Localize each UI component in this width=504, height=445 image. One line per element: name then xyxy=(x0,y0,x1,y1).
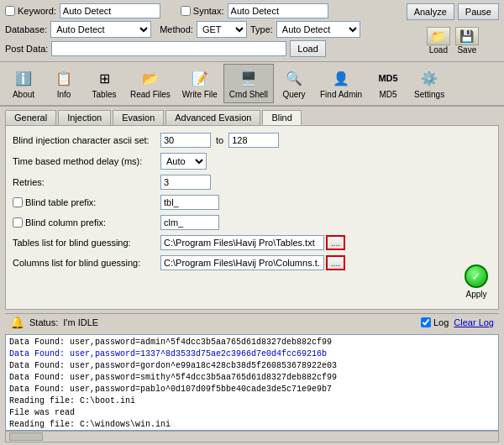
to-label: to xyxy=(216,135,223,145)
toolbar-tables[interactable]: ⊞ Tables xyxy=(84,64,124,103)
apply-button[interactable]: ✓ Apply xyxy=(465,264,488,299)
keyword-input[interactable] xyxy=(60,3,160,18)
tables-icon: ⊞ xyxy=(94,68,114,88)
col-prefix-label: Blind column prefix: xyxy=(13,217,155,228)
load-icon: 📁 xyxy=(427,27,450,45)
toolbar-findadmin-label: Find Admin xyxy=(320,90,362,99)
ascii-to-input[interactable] xyxy=(228,133,279,148)
log-checkbox-label: Log xyxy=(421,317,449,327)
pause-button[interactable]: Pause xyxy=(458,3,499,20)
tab-blind[interactable]: Blind xyxy=(262,110,301,125)
status-text: I'm IDLE xyxy=(63,317,98,327)
log-line: File was read xyxy=(9,407,495,419)
writefile-icon: 📝 xyxy=(190,68,210,88)
query-icon: 🔍 xyxy=(284,68,304,88)
syntax-input[interactable] xyxy=(228,3,328,18)
horizontal-scrollbar[interactable] xyxy=(5,431,499,442)
log-checkbox[interactable] xyxy=(421,317,431,327)
keyword-checkbox[interactable] xyxy=(5,6,15,16)
main-content: General Injection Evasion Advanced Evasi… xyxy=(0,107,504,334)
log-line: Data Found: user,password=gordon^e99a18c… xyxy=(9,360,495,372)
toolbar-writefile[interactable]: 📝 Write File xyxy=(176,64,223,103)
toolbar-settings-label: Settings xyxy=(414,90,444,99)
col-prefix-row: Blind column prefix: xyxy=(13,215,491,230)
tables-list-browse-btn[interactable]: .... xyxy=(326,235,345,250)
save-btn-label: Save xyxy=(457,45,476,55)
save-icon: 💾 xyxy=(455,27,479,45)
table-prefix-label: Blind table prefix: xyxy=(13,197,155,207)
toolbar-query-label: Query xyxy=(282,90,305,99)
toolbar-query[interactable]: 🔍 Query xyxy=(274,64,314,103)
type-dropdown[interactable]: Auto Detect xyxy=(276,21,360,38)
toolbar-cmdshell[interactable]: 🖥️ Cmd Shell xyxy=(223,64,274,103)
tab-evasion[interactable]: Evasion xyxy=(113,110,164,125)
status-icon: 🔔 xyxy=(10,316,24,329)
table-prefix-checkbox[interactable] xyxy=(13,197,23,207)
method-label: Method: xyxy=(160,24,193,34)
toolbar-findadmin[interactable]: 👤 Find Admin xyxy=(314,64,368,103)
columns-list-path-row: .... xyxy=(160,255,345,270)
table-prefix-row: Blind table prefix: xyxy=(13,195,491,210)
columns-list-browse-btn[interactable]: .... xyxy=(326,255,345,270)
timebased-dropdown[interactable]: Auto xyxy=(160,153,207,170)
log-area[interactable]: Data Found: user,password=admin^5f4dcc3b… xyxy=(5,334,499,431)
findadmin-icon: 👤 xyxy=(331,68,351,88)
toolbar-about-label: About xyxy=(13,90,34,99)
toolbar-readfiles[interactable]: 📂 Read Files xyxy=(124,64,176,103)
table-prefix-input[interactable] xyxy=(160,195,219,210)
clear-log-button[interactable]: Clear Log xyxy=(454,317,494,327)
load-icon-btn[interactable]: 📁 Load xyxy=(427,27,450,55)
log-line: Data Found: user,password=smithy^5f4dcc3… xyxy=(9,372,495,384)
postdata-label: Post Data: xyxy=(5,44,48,54)
toolbar-writefile-label: Write File xyxy=(182,90,218,99)
tab-bar: General Injection Evasion Advanced Evasi… xyxy=(5,110,499,125)
col-prefix-input[interactable] xyxy=(160,215,219,230)
apply-btn-container: ✓ Apply xyxy=(465,264,488,299)
settings-icon: ⚙️ xyxy=(419,68,439,88)
toolbar-tables-label: Tables xyxy=(92,90,117,99)
analyze-button[interactable]: Analyze xyxy=(407,3,454,20)
status-label: Status: xyxy=(29,317,58,327)
ascii-row: Blind injection character ascii set: to xyxy=(13,133,491,148)
ascii-from-input[interactable] xyxy=(160,133,211,148)
database-dropdown[interactable]: Auto Detect xyxy=(50,21,151,38)
toolbar-info[interactable]: 📋 Info xyxy=(44,64,84,103)
postdata-input[interactable] xyxy=(51,41,286,56)
toolbar-cmdshell-label: Cmd Shell xyxy=(229,90,268,99)
tab-injection[interactable]: Injection xyxy=(58,110,111,125)
retries-input[interactable] xyxy=(160,175,211,190)
toolbar-md5[interactable]: MD5 MD5 xyxy=(368,64,408,103)
table-prefix-checkbox-label: Blind table prefix: xyxy=(13,197,155,207)
tables-list-label: Tables list for blind guessing: xyxy=(13,238,155,248)
retries-row: Retries: xyxy=(13,175,491,190)
apply-label: Apply xyxy=(465,290,486,299)
tables-list-row: Tables list for blind guessing: .... xyxy=(13,235,491,250)
status-bar: 🔔 Status: I'm IDLE Log Clear Log xyxy=(5,313,499,331)
syntax-checkbox[interactable] xyxy=(181,6,191,16)
log-line: Data Found: user,password=1337^8d3533d75… xyxy=(9,348,495,360)
col-prefix-checkbox[interactable] xyxy=(13,217,23,228)
info-icon: 📋 xyxy=(54,68,74,88)
apply-icon: ✓ xyxy=(465,264,488,288)
about-icon: ℹ️ xyxy=(13,68,34,88)
tab-general[interactable]: General xyxy=(5,110,56,125)
log-line: Reading file: C:\boot.ini xyxy=(9,395,495,407)
syntax-label: Syntax: xyxy=(181,6,224,16)
tab-advanced-evasion[interactable]: Advanced Evasion xyxy=(165,110,260,125)
retries-label: Retries: xyxy=(13,177,155,187)
readfiles-icon: 📂 xyxy=(140,68,160,88)
timebased-dropdown-container: Auto xyxy=(160,153,207,170)
method-dropdown[interactable]: GET xyxy=(197,21,247,38)
columns-list-input[interactable] xyxy=(160,255,324,270)
columns-list-row: Columns list for blind guessing: .... xyxy=(13,255,491,270)
toolbar-settings[interactable]: ⚙️ Settings xyxy=(408,64,450,103)
blind-panel: Blind injection character ascii set: to … xyxy=(5,125,499,310)
columns-list-label: Columns list for blind guessing: xyxy=(13,258,155,268)
toolbar-info-label: Info xyxy=(57,90,71,99)
toolbar-about[interactable]: ℹ️ About xyxy=(3,64,44,103)
ascii-label: Blind injection character ascii set: xyxy=(13,135,155,145)
tables-list-input[interactable] xyxy=(160,235,324,250)
load-button[interactable]: Load xyxy=(290,40,325,57)
save-icon-btn[interactable]: 💾 Save xyxy=(455,27,479,55)
md5-icon: MD5 xyxy=(378,68,398,88)
